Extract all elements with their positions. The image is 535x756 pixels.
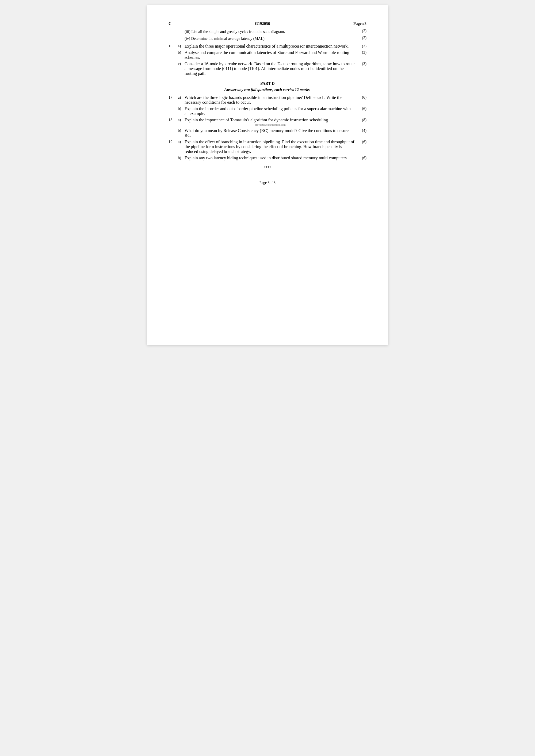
- intro-text-2: (iv) Determine the minimal average laten…: [184, 36, 358, 41]
- q16c-content: Consider a 16-node hypercube network. Ba…: [184, 62, 366, 76]
- q16a-marks: (3): [358, 44, 366, 48]
- q16-num: 16: [169, 44, 178, 49]
- page: C G192056 Pages:3 (iii) List all the sim…: [147, 5, 388, 345]
- q18b-text: What do you mean by Release Consistency …: [184, 128, 358, 138]
- intro-line-1: (iii) List all the simple and greedy cyc…: [184, 29, 366, 35]
- q16b-text: Analyse and compare the communication la…: [184, 50, 358, 60]
- q16b-letter: b): [178, 50, 184, 60]
- q19a-text: Explain the effect of branching in instr…: [184, 140, 358, 154]
- q18b-content: What do you mean by Release Consistency …: [184, 128, 366, 138]
- q16a-block: 16 a) Explain the three major operationa…: [169, 44, 366, 49]
- q18a-content: Explain the importance of Tomasulo's alg…: [184, 118, 366, 127]
- q17b-marks: (6): [358, 106, 366, 111]
- q19b-letter: b): [178, 156, 184, 160]
- q16c-spacer: [169, 62, 178, 76]
- q19a-marks: (6): [358, 140, 366, 144]
- q19b-text: Explain any two latency hiding technique…: [184, 156, 358, 160]
- q17a-content: Which are the three logic hazards possib…: [184, 95, 366, 105]
- q18a-letter: a): [178, 118, 184, 127]
- q16b-block: b) Analyse and compare the communication…: [169, 50, 366, 60]
- q18a-text-span: Explain the importance of Tomasulo's alg…: [184, 118, 329, 122]
- intro-text-1: (iii) List all the simple and greedy cyc…: [184, 29, 358, 35]
- q17a-block: 17 a) Which are the three logic hazards …: [169, 95, 366, 105]
- header-left: C: [169, 21, 171, 26]
- part-d-header: PART D: [169, 81, 366, 86]
- q18a-text: Explain the importance of Tomasulo's alg…: [184, 118, 358, 127]
- q19b-spacer: [169, 156, 178, 160]
- q17-num: 17: [169, 95, 178, 105]
- q16a-text: Explain the three major operational char…: [184, 44, 358, 49]
- q18b-letter: b): [178, 128, 184, 138]
- q17b-block: b) Explain the in-order and out-of-order…: [169, 106, 366, 116]
- q19a-content: Explain the effect of branching in instr…: [184, 140, 366, 154]
- q17b-spacer: [169, 106, 178, 116]
- q19-num: 19: [169, 140, 178, 154]
- q16b-marks: (3): [358, 50, 366, 55]
- q17a-text: Which are the three logic hazards possib…: [184, 95, 358, 105]
- q16c-block: c) Consider a 16-node hypercube network.…: [169, 62, 366, 76]
- q19b-block: b) Explain any two latency hiding techni…: [169, 156, 366, 160]
- q17b-letter: b): [178, 106, 184, 116]
- part-d-subheader: Answer any two full questions, each carr…: [169, 87, 366, 92]
- header-center: G192056: [171, 21, 353, 26]
- watermark: previousyearquestion.com: [184, 123, 356, 126]
- q18b-marks: (4): [358, 128, 366, 133]
- page-footer: Page 3of 3: [169, 181, 366, 185]
- intro-marks-1: (2): [358, 29, 366, 33]
- q17b-text: Explain the in-order and out-of-order pi…: [184, 106, 358, 116]
- header-right: Pages:3: [353, 21, 366, 26]
- page-header: C G192056 Pages:3: [169, 21, 366, 26]
- q16b-spacer: [169, 50, 178, 60]
- q16a-letter: a): [178, 44, 184, 49]
- q16c-letter: c): [178, 62, 184, 76]
- q19a-letter: a): [178, 140, 184, 154]
- q17b-content: Explain the in-order and out-of-order pi…: [184, 106, 366, 116]
- q16c-marks: (3): [358, 62, 366, 66]
- intro-marks-2: (2): [358, 36, 366, 40]
- q16b-content: Analyse and compare the communication la…: [184, 50, 366, 60]
- q18b-spacer: [169, 128, 178, 138]
- q16c-text: Consider a 16-node hypercube network. Ba…: [184, 62, 358, 76]
- q17a-marks: (6): [358, 95, 366, 100]
- end-marker: ****: [169, 166, 366, 170]
- q17a-letter: a): [178, 95, 184, 105]
- q18a-block: 18 a) Explain the importance of Tomasulo…: [169, 118, 366, 127]
- q18a-marks: (8): [358, 118, 366, 122]
- q18b-block: b) What do you mean by Release Consisten…: [169, 128, 366, 138]
- intro-line-2: (iv) Determine the minimal average laten…: [184, 36, 366, 41]
- q19b-content: Explain any two latency hiding technique…: [184, 156, 366, 160]
- q19a-block: 19 a) Explain the effect of branching in…: [169, 140, 366, 154]
- q16a-content: Explain the three major operational char…: [184, 44, 366, 49]
- q19b-marks: (6): [358, 156, 366, 160]
- q18-num: 18: [169, 118, 178, 127]
